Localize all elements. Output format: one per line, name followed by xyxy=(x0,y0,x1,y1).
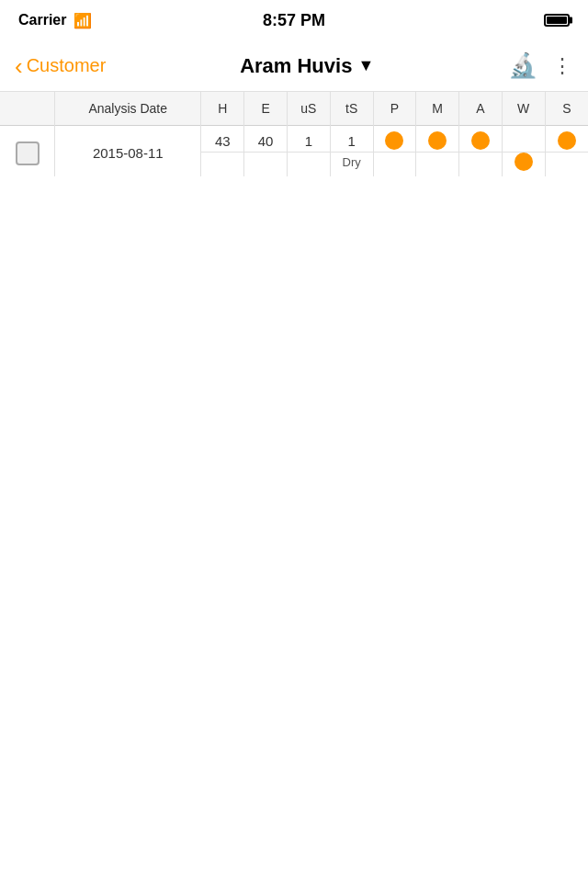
row-date: 2015-08-11 xyxy=(55,126,201,177)
W-dot xyxy=(514,153,533,171)
S-dot-top xyxy=(558,131,576,150)
row-W xyxy=(502,126,545,153)
tS-value: 1 xyxy=(347,133,355,149)
back-chevron-icon: ‹ xyxy=(15,54,23,78)
row-tS: 1 xyxy=(330,126,373,153)
col-header-date: Analysis Date xyxy=(55,92,201,126)
col-header-E: E xyxy=(244,92,288,126)
M-dot xyxy=(428,131,447,150)
customer-name: Aram Huvis xyxy=(240,54,352,78)
sub-tS: Dry xyxy=(330,153,373,177)
col-header-W: W xyxy=(502,92,545,126)
table-header-row: Analysis Date H E uS tS P M A W S xyxy=(0,92,588,126)
row-checkbox-cell xyxy=(0,126,55,177)
status-bar: Carrier 📶 8:57 PM xyxy=(0,0,588,40)
back-label: Customer xyxy=(27,55,107,76)
sub-W xyxy=(502,153,545,177)
battery-icon xyxy=(544,14,570,27)
sub-M xyxy=(416,153,459,177)
analysis-table: Analysis Date H E uS tS P M A W S 2015-0… xyxy=(0,92,588,176)
nav-icons: 🔬 ⋮ xyxy=(508,51,573,80)
E-value: 40 xyxy=(258,133,274,149)
sub-E xyxy=(244,153,288,177)
col-header-M: M xyxy=(416,92,459,126)
wifi-icon: 📶 xyxy=(74,12,92,29)
nav-bar: ‹ Customer Aram Huvis ▼ 🔬 ⋮ xyxy=(0,40,588,92)
sub-uS xyxy=(288,153,331,177)
date-value: 2015-08-11 xyxy=(93,145,164,161)
table-row: 2015-08-11 43 40 1 1 xyxy=(0,126,588,153)
row-uS: 1 xyxy=(288,126,331,153)
row-E: 40 xyxy=(244,126,288,153)
dropdown-icon[interactable]: ▼ xyxy=(357,56,374,75)
row-H: 43 xyxy=(201,126,244,153)
dry-label: Dry xyxy=(343,155,361,169)
back-button[interactable]: ‹ Customer xyxy=(15,54,106,78)
uS-value: 1 xyxy=(305,133,312,149)
row-S xyxy=(545,126,588,153)
sub-P xyxy=(373,153,416,177)
col-header-H: H xyxy=(201,92,244,126)
row-P xyxy=(373,126,416,153)
more-options-icon[interactable]: ⋮ xyxy=(552,54,573,78)
col-header-S: S xyxy=(545,92,588,126)
P-dot xyxy=(385,131,403,150)
H-value: 43 xyxy=(215,133,231,149)
row-M xyxy=(416,126,459,153)
A-dot-top xyxy=(471,131,490,150)
col-header-tS: tS xyxy=(330,92,373,126)
status-right xyxy=(544,14,570,27)
row-A xyxy=(459,126,503,153)
status-carrier: Carrier 📶 xyxy=(18,12,92,29)
sub-H xyxy=(201,153,244,177)
sub-A xyxy=(459,153,503,177)
col-header-uS: uS xyxy=(288,92,331,126)
microscope-icon[interactable]: 🔬 xyxy=(508,51,537,80)
col-header-checkbox xyxy=(0,92,55,126)
col-header-P: P xyxy=(373,92,416,126)
battery-fill xyxy=(547,17,567,24)
col-header-A: A xyxy=(459,92,503,126)
carrier-text: Carrier xyxy=(18,12,66,28)
status-time: 8:57 PM xyxy=(263,11,325,30)
nav-title: Aram Huvis ▼ xyxy=(240,54,374,78)
sub-S xyxy=(545,153,588,177)
row-checkbox[interactable] xyxy=(16,141,40,165)
